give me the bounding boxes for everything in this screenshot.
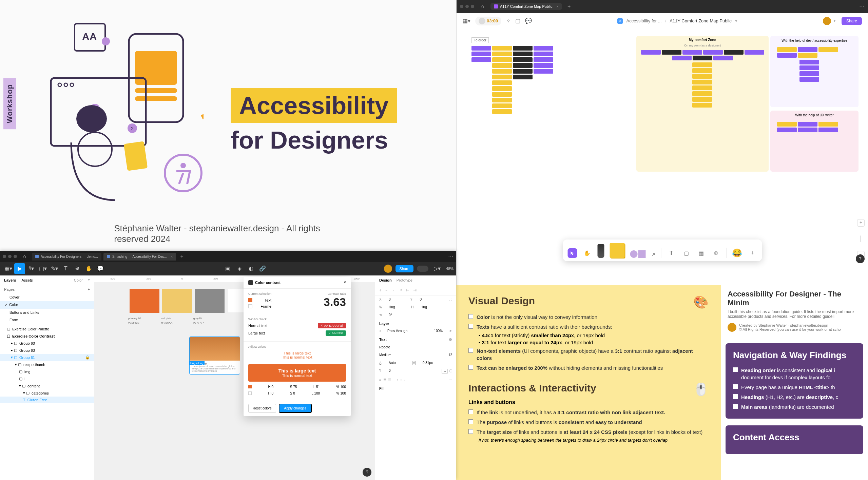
sticky[interactable] [513,69,533,74]
checklist-item[interactable]: The purpose of links and buttons is cons… [468,417,709,427]
figjam-tab[interactable]: A11Y Comfort Zone Map Public× [490,3,562,10]
cursor-tool[interactable] [567,248,577,258]
color-swatch[interactable] [162,289,192,313]
sticky[interactable] [513,57,533,62]
hand-tool[interactable]: ✋ [582,248,592,258]
breadcrumb-parent[interactable]: Accessibility for ... [626,18,661,23]
traffic-light-min[interactable] [8,255,12,258]
sticky[interactable] [799,71,819,76]
layer-item[interactable]: ▢L [0,375,94,382]
sticky[interactable] [492,109,512,114]
sticky[interactable] [692,103,712,108]
add-page-button[interactable]: + [88,287,90,291]
more-tools[interactable]: + [748,248,757,258]
sparkle-icon[interactable]: ✧ [506,18,510,24]
layer-item-selected[interactable]: TGluten Free [0,397,94,403]
sticky[interactable] [777,53,797,58]
sticky[interactable] [693,56,712,60]
section-tool[interactable]: ▢ [681,248,691,258]
sticky[interactable] [534,46,553,51]
sticky[interactable] [798,47,817,52]
layer-item[interactable]: ▾ ▢categories [0,389,94,397]
stamp-tool[interactable]: ⎚ [711,248,721,258]
comment-icon[interactable]: 💬 [525,18,532,24]
chevron-down-icon[interactable]: ▾ [735,18,737,23]
more-icon[interactable]: ⋯ [449,378,452,382]
sticky[interactable] [745,50,764,55]
checklist-item[interactable]: Main areas (landmarks) are documented [733,402,856,412]
avatar[interactable] [479,18,485,24]
sticky[interactable] [777,122,797,127]
help-button[interactable]: ? [856,254,865,263]
share-button[interactable]: Share [396,265,413,272]
present-icon[interactable]: ▷▾ [432,263,443,274]
page-item[interactable]: Cover [0,293,94,301]
page-item-selected[interactable]: ✓Color [0,301,94,309]
frame-tool[interactable]: #▾ [26,263,37,274]
sticky[interactable] [471,46,491,51]
sticky[interactable] [692,85,712,90]
new-tab-button[interactable]: + [180,253,183,260]
traffic-light-max[interactable] [14,255,17,258]
sticky[interactable] [492,80,512,85]
lock-icon[interactable]: 🔒 [85,355,90,360]
pen-tool[interactable]: ✎▾ [49,263,60,274]
sticky[interactable] [672,56,692,60]
sticky[interactable] [513,52,533,56]
mask-tool[interactable]: ◐ [246,263,256,274]
connector-tool[interactable]: ↗ [651,251,655,258]
checklist-item[interactable]: Every page has a unique HTML <title> th [733,382,856,392]
layer-item[interactable]: ▢Exercise Color Palette [0,325,94,332]
traffic-light-max[interactable] [471,5,474,8]
close-icon[interactable]: × [556,4,558,8]
text-settings-icon[interactable]: ⚙ [449,338,452,342]
align-bottom-icon[interactable]: ⫣ [413,288,417,292]
more-icon[interactable]: ⋯ [448,288,452,292]
sticky[interactable] [798,128,817,132]
sticky-tool[interactable] [610,243,624,258]
resources-tool[interactable]: ⚞ [72,263,83,274]
traffic-light-min[interactable] [465,5,469,8]
sticky[interactable] [703,50,723,55]
checklist-item[interactable]: Color is not the only visual way to conv… [468,312,709,322]
sticky[interactable] [492,98,512,102]
sticky[interactable] [777,47,797,52]
sticky[interactable] [641,50,661,55]
sticky[interactable] [534,57,553,62]
sticky[interactable] [692,74,712,79]
checklist-item[interactable]: If the link is not underlined, it has a … [468,407,709,417]
zoom-in-button[interactable]: + [857,219,865,227]
layer-item-selected[interactable]: ▾ ▢Group 61🔒 [0,354,94,361]
figjam-menu-icon[interactable]: ▦▾ [463,18,470,24]
link-tool[interactable]: 🔗 [257,263,268,274]
sticky[interactable] [724,50,744,55]
sticky[interactable] [692,80,712,84]
sticky[interactable] [777,128,797,132]
checklist-item[interactable]: Non-text elements (UI components, graphi… [468,346,709,363]
zone-dev-help[interactable]: With the help of dev / accessibility exp… [770,36,859,107]
apply-changes-button[interactable]: Apply changes [279,404,312,413]
sticky[interactable] [492,69,512,74]
traffic-light-close[interactable] [3,255,6,258]
close-icon[interactable]: × [344,280,346,285]
comfort-zone[interactable]: My comfort Zone On my own (as a designer… [636,36,769,172]
sticky[interactable] [492,63,512,68]
assets-tab[interactable]: Assets [21,278,33,282]
breadcrumb-current[interactable]: A11Y Comfort Zone Map Public [670,18,732,23]
sticky[interactable] [513,46,533,51]
sticky[interactable] [492,57,512,62]
figjam-titlebar[interactable]: ⌂ A11Y Comfort Zone Map Public× + ⋯ [457,0,868,13]
sticky[interactable] [534,69,553,74]
color-swatch[interactable] [130,289,159,313]
text-bottom-icon[interactable]: ↓ [404,378,406,382]
text-middle-icon[interactable]: ↕ [400,378,402,382]
sticky[interactable] [692,68,712,73]
sticker-tool[interactable]: 😂 [732,248,742,258]
page-item[interactable]: Form [0,316,94,324]
sticky[interactable] [818,122,838,127]
table-tool[interactable]: ▦ [696,248,706,258]
checklist-item[interactable]: Reading order is consistent and logical … [733,365,856,382]
shape-tool[interactable]: ▢▾ [37,263,48,274]
marker-tool[interactable] [597,244,604,258]
layers-tab[interactable]: Layers [4,278,16,282]
